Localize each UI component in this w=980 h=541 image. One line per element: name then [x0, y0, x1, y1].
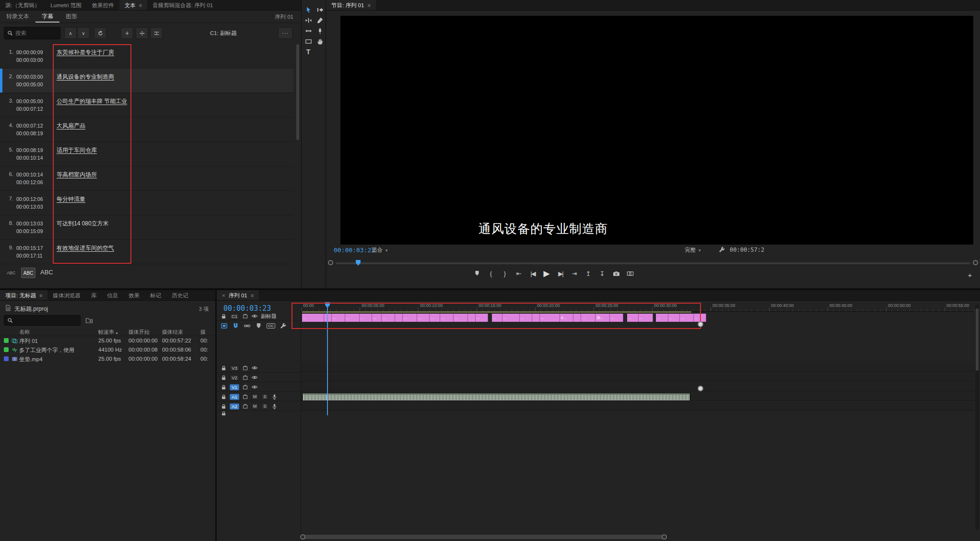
- track-lane[interactable]: [301, 383, 974, 391]
- caption-track-badge[interactable]: C1: [230, 313, 239, 319]
- text-subtab-1[interactable]: 字幕: [35, 11, 59, 23]
- label-color-chip[interactable]: [4, 356, 9, 361]
- caption-text[interactable]: 可达到14 080立方米: [51, 215, 109, 239]
- caption-clip[interactable]: ...: [360, 314, 372, 322]
- source-group-tab-1[interactable]: Lumetri 范围: [45, 0, 87, 10]
- caption-clip[interactable]: ...: [476, 314, 488, 322]
- caption-clip[interactable]: 6...: [560, 314, 573, 322]
- sync-lock-icon[interactable]: [242, 375, 248, 381]
- split-caption-button[interactable]: [136, 27, 148, 39]
- caption-in-time[interactable]: 00:00:13:03: [16, 220, 51, 227]
- track-target-badge[interactable]: V1: [230, 384, 239, 390]
- track-lane[interactable]: [301, 364, 974, 372]
- button-editor-button[interactable]: +: [964, 269, 976, 281]
- caption-row[interactable]: 5.00:00:08:1900:00:10:14适用于车间仓库: [0, 142, 293, 166]
- caption-in-time[interactable]: 00:00:07:12: [16, 122, 51, 129]
- caption-clip[interactable]: ...: [302, 314, 324, 322]
- caption-in-time[interactable]: 00:00:12:06: [16, 195, 51, 203]
- caption-row[interactable]: 2.00:00:03:0000:00:05:00通风设备的专业制造商: [0, 69, 293, 93]
- panel-menu-icon[interactable]: ≡: [251, 290, 254, 301]
- caption-out-time[interactable]: 00:00:10:14: [16, 154, 51, 162]
- caption-out-time[interactable]: 00:00:03:00: [16, 56, 51, 64]
- eye-icon[interactable]: [251, 384, 258, 390]
- export-frame-button[interactable]: [610, 267, 622, 280]
- lock-icon[interactable]: [221, 375, 227, 381]
- caption-row[interactable]: 3.00:00:05:0000:00:07:12公司生产的瑞丰牌 节能工业: [0, 93, 293, 118]
- linked-selection-icon[interactable]: [244, 322, 251, 329]
- column-header-4[interactable]: 媒: [200, 329, 206, 336]
- mute-button[interactable]: M: [251, 403, 258, 410]
- caption-in-time[interactable]: 00:00:03:00: [16, 73, 51, 81]
- program-scrubber[interactable]: [326, 259, 980, 267]
- caption-text[interactable]: 通风设备的专业制造商: [51, 69, 114, 93]
- caption-clip[interactable]: ...: [627, 314, 639, 322]
- track-target-badge[interactable]: V2: [230, 375, 239, 381]
- caption-out-time[interactable]: 00:00:08:19: [16, 129, 51, 137]
- project-search-box[interactable]: [4, 315, 81, 326]
- caption-style-sample-selected[interactable]: ABC: [21, 268, 35, 278]
- lock-icon[interactable]: [221, 313, 227, 319]
- sync-lock-icon[interactable]: [242, 384, 248, 390]
- razor-tool[interactable]: [315, 15, 325, 25]
- captions-cc-icon[interactable]: CC: [267, 323, 275, 329]
- lock-icon[interactable]: [221, 403, 227, 410]
- track-select-forward-tool[interactable]: [315, 5, 325, 14]
- caption-list-scrollbar[interactable]: [296, 44, 299, 140]
- caption-clip[interactable]: ...: [345, 314, 360, 322]
- caption-text[interactable]: 有效地促进车间的空气: [51, 240, 114, 264]
- add-caption-button[interactable]: +: [121, 27, 133, 39]
- caption-in-time[interactable]: 00:00:15:17: [16, 244, 51, 252]
- caption-clip[interactable]: ...: [332, 314, 345, 322]
- caption-clip[interactable]: ...: [403, 314, 417, 322]
- hand-tool[interactable]: [315, 36, 325, 46]
- timeline-vertical-scrollbar[interactable]: [975, 305, 979, 530]
- project-row[interactable]: 坐垫.mp425.00 fps00:00:00:0000:00:58:2400:: [0, 354, 215, 364]
- snap-icon[interactable]: [232, 322, 239, 329]
- mic-icon[interactable]: [271, 394, 278, 400]
- panel-options-button[interactable]: ···: [278, 27, 292, 39]
- caption-text[interactable]: 东莞候补是专注于厂房: [51, 44, 114, 68]
- caption-clip[interactable]: ...: [372, 314, 382, 322]
- program-monitor-tab[interactable]: 节目: 序列 01 ≡: [326, 0, 376, 10]
- close-icon[interactable]: ×: [222, 290, 225, 301]
- caption-row[interactable]: 8.00:00:13:0300:00:15:09可达到14 080立方米: [0, 215, 293, 240]
- selection-tool[interactable]: [303, 5, 313, 14]
- eye-icon[interactable]: [251, 374, 258, 381]
- track-lane[interactable]: [301, 402, 974, 411]
- track-lane[interactable]: [301, 373, 974, 382]
- add-marker-button[interactable]: [471, 267, 483, 280]
- caption-in-time[interactable]: 00:00:00:09: [16, 48, 51, 56]
- mute-button[interactable]: M: [251, 393, 258, 400]
- caption-in-time[interactable]: 00:00:10:14: [16, 171, 51, 178]
- track-target-badge[interactable]: V3: [230, 365, 239, 371]
- solo-button[interactable]: S: [261, 403, 268, 410]
- label-color-chip[interactable]: [4, 347, 9, 352]
- slip-tool[interactable]: [303, 26, 313, 35]
- caption-clip[interactable]: [468, 314, 476, 322]
- sync-lock-icon[interactable]: [242, 313, 248, 319]
- project-group-tab-5[interactable]: 标记: [145, 290, 166, 300]
- sync-lock-icon[interactable]: [242, 394, 248, 400]
- program-timecode[interactable]: 00:00:03:23: [334, 247, 375, 254]
- scrubber-right-handle[interactable]: [973, 260, 978, 265]
- timeline-ruler[interactable]: 00:0000:00:05:0000:00:10:0000:00:15:0000…: [301, 302, 974, 312]
- go-to-in-button[interactable]: ⇤: [513, 267, 525, 280]
- program-settings-wrench-icon[interactable]: [718, 246, 725, 253]
- caption-out-time[interactable]: 00:00:13:03: [16, 203, 51, 211]
- new-search-bin-icon[interactable]: [85, 317, 93, 324]
- caption-clip[interactable]: ...: [680, 314, 694, 322]
- timeline-settings-wrench-icon[interactable]: [280, 322, 287, 329]
- rectangle-tool[interactable]: [303, 36, 313, 46]
- mark-in-button[interactable]: {: [485, 267, 497, 280]
- project-group-tab-3[interactable]: 信息: [102, 290, 123, 300]
- mark-out-button[interactable]: }: [499, 267, 511, 280]
- track-target-badge[interactable]: A2: [230, 403, 239, 410]
- sync-lock-icon[interactable]: [242, 403, 248, 410]
- caption-clip[interactable]: ...: [694, 314, 706, 322]
- caption-clip[interactable]: [395, 314, 403, 322]
- caption-clip[interactable]: ...: [639, 314, 653, 322]
- caption-out-time[interactable]: 00:00:12:06: [16, 178, 51, 186]
- refresh-captions-button[interactable]: [94, 27, 106, 39]
- lock-icon[interactable]: [221, 394, 227, 400]
- merge-caption-button[interactable]: [150, 27, 163, 39]
